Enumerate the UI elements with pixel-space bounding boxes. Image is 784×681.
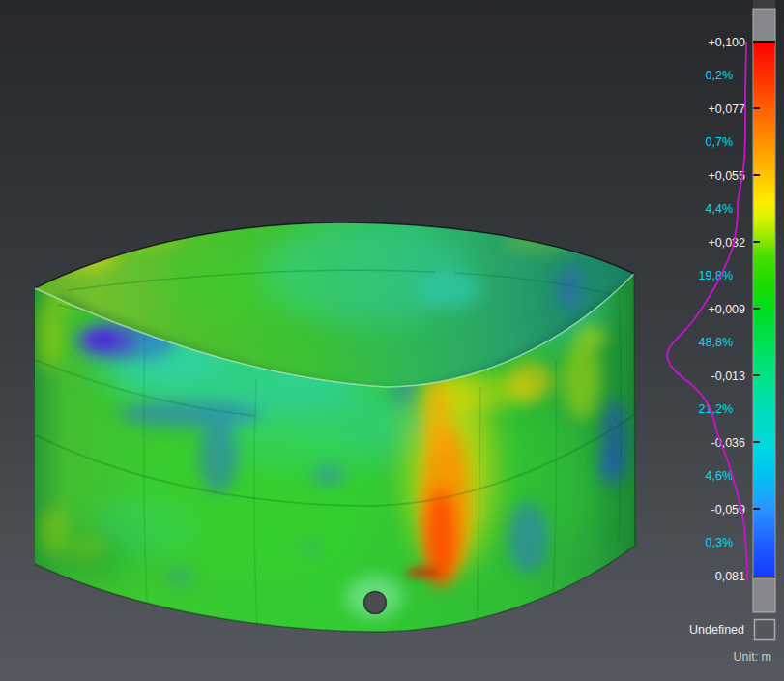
scale-tick bbox=[754, 374, 761, 376]
scale-value-label: -0,081 bbox=[711, 570, 745, 583]
scale-percent-label: 21,2% bbox=[699, 402, 733, 416]
undefined-label: Undefined bbox=[689, 623, 744, 637]
scale-tick bbox=[754, 241, 761, 243]
scale-tick bbox=[754, 508, 761, 510]
tank-model[interactable] bbox=[24, 218, 645, 632]
scale-value-label: +0,032 bbox=[708, 236, 745, 250]
scale-value-label: +0,077 bbox=[708, 103, 745, 116]
scale-value-label: -0,036 bbox=[711, 436, 745, 450]
scale-value-label: +0,055 bbox=[708, 169, 745, 183]
legend-cap-above-max[interactable] bbox=[753, 9, 775, 42]
scale-value-label: +0,100 bbox=[708, 36, 745, 49]
scale-percent-label: 0,2% bbox=[706, 69, 734, 82]
tank-right-edge bbox=[634, 274, 635, 546]
scale-tick bbox=[754, 107, 761, 109]
scene-canvas[interactable]: +0,100+0,077+0,055+0,032+0,009-0,013-0,0… bbox=[0, 0, 784, 681]
scale-value-label: +0,009 bbox=[708, 303, 745, 316]
scale-percent-label: 19,8% bbox=[699, 269, 733, 282]
legend-color-bar[interactable] bbox=[753, 42, 775, 578]
scale-percent-label: 0,7% bbox=[706, 135, 734, 149]
legend-max-line bbox=[753, 41, 775, 43]
unit-label: Unit: m bbox=[733, 650, 771, 664]
scale-percent-label: 48,8% bbox=[699, 336, 733, 349]
scale-tick bbox=[754, 174, 761, 176]
legend-cap-below-min[interactable] bbox=[753, 578, 775, 612]
scale-tick bbox=[754, 441, 761, 443]
scale-percent-label: 4,6% bbox=[706, 469, 734, 483]
undefined-color-swatch[interactable] bbox=[755, 620, 775, 640]
tank-port-hole bbox=[364, 592, 387, 614]
scale-tick bbox=[754, 308, 761, 310]
scale-percent-label: 4,4% bbox=[706, 202, 734, 216]
scale-percent-label: 0,3% bbox=[706, 536, 734, 549]
scale-value-label: -0,013 bbox=[711, 370, 745, 383]
inspection-3d-viewport[interactable]: +0,100+0,077+0,055+0,032+0,009-0,013-0,0… bbox=[0, 0, 784, 681]
legend-top-stub bbox=[753, 0, 775, 8]
